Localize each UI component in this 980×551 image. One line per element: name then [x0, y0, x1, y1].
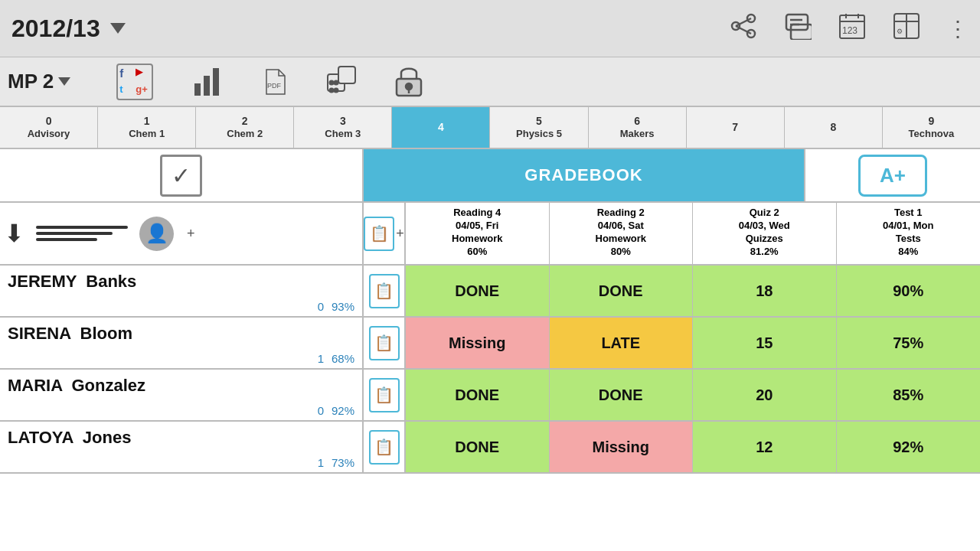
- student-data-cells-0: DONEDONE1890%: [406, 266, 980, 316]
- student-assign-cell-2[interactable]: 📋: [364, 370, 406, 420]
- student-0-cell-1[interactable]: DONE: [550, 266, 694, 316]
- lock-icon[interactable]: [395, 64, 423, 100]
- student-assignment-icon[interactable]: 📋: [369, 326, 400, 360]
- student-absences: 0: [318, 300, 324, 313]
- tab-chem3[interactable]: 3 Chem 3: [294, 107, 392, 148]
- add-assignment-plus[interactable]: +: [396, 226, 404, 242]
- col-header-quiz2[interactable]: Quiz 2 04/03, Wed Quizzes 81.2%: [693, 203, 837, 264]
- tab-advisory[interactable]: 0 Advisory: [0, 107, 98, 148]
- more-icon[interactable]: ⋮: [947, 16, 969, 41]
- student-name: LATOYA Jones: [8, 428, 354, 448]
- share-icon[interactable]: [730, 12, 757, 45]
- svg-rect-20: [213, 68, 219, 96]
- student-meta: 0 93%: [318, 300, 354, 313]
- sort-lines: [36, 226, 128, 241]
- tools-icon[interactable]: ⚙: [893, 12, 920, 45]
- student-2-cell-1[interactable]: DONE: [550, 370, 694, 420]
- student-3-cell-0[interactable]: DONE: [406, 422, 550, 472]
- gradebook-label[interactable]: GRADEBOOK: [364, 149, 804, 201]
- student-1-cell-3[interactable]: 75%: [837, 318, 981, 368]
- student-absences: 1: [318, 352, 324, 365]
- tab-physics5[interactable]: 5 Physics 5: [490, 107, 588, 148]
- student-name-cell-2[interactable]: MARIA Gonzalez 0 92%: [0, 370, 364, 420]
- second-bar: MP 2 f ▶ t g+ PDF: [0, 57, 980, 107]
- tab-8[interactable]: 8: [785, 107, 883, 148]
- svg-rect-19: [204, 76, 210, 96]
- student-data-cells-3: DONEMissing1292%: [406, 422, 980, 472]
- student-assignment-icon[interactable]: 📋: [369, 274, 400, 308]
- student-name-cell-1[interactable]: SIRENA Bloom 1 68%: [0, 318, 364, 368]
- student-assign-cell-1[interactable]: 📋: [364, 318, 406, 368]
- avatar-icon: 👤: [139, 217, 174, 251]
- student-col-header: ⬇ 👤 +: [0, 203, 364, 264]
- svg-point-25: [335, 88, 338, 92]
- student-name-cell-0[interactable]: JEREMY Banks 0 93%: [0, 266, 364, 316]
- twitter-icon: t: [119, 83, 134, 97]
- student-grade: 73%: [332, 456, 354, 469]
- tab-4[interactable]: 4: [392, 107, 490, 148]
- google-plus-icon: g+: [136, 83, 150, 97]
- add-student-plus[interactable]: +: [187, 226, 195, 242]
- dice-icon[interactable]: [326, 65, 357, 99]
- student-2-cell-3[interactable]: 85%: [837, 370, 981, 420]
- student-meta: 1 68%: [318, 352, 354, 365]
- tab-technova[interactable]: 9 Technova: [883, 107, 980, 148]
- student-name-cell-3[interactable]: LATOYA Jones 1 73%: [0, 422, 364, 472]
- year-dropdown-arrow[interactable]: [110, 23, 126, 34]
- year-title[interactable]: 2012/13: [11, 15, 126, 43]
- student-assign-cell-3[interactable]: 📋: [364, 422, 406, 472]
- student-1-cell-0[interactable]: Missing: [406, 318, 550, 368]
- sort-icon[interactable]: ⬇: [4, 219, 24, 248]
- svg-point-29: [406, 83, 412, 90]
- svg-rect-5: [786, 15, 808, 30]
- tab-chem2[interactable]: 2 Chem 2: [196, 107, 294, 148]
- youtube-icon: ▶: [136, 67, 150, 82]
- svg-point-24: [335, 80, 338, 84]
- svg-text:PDF: PDF: [267, 82, 282, 90]
- student-0-cell-2[interactable]: 18: [693, 266, 837, 316]
- mp-selector[interactable]: MP 2: [8, 70, 70, 93]
- col-header-reading2[interactable]: Reading 2 04/06, Sat Homework 80%: [550, 203, 694, 264]
- year-label: 2012/13: [11, 15, 100, 43]
- tab-7[interactable]: 7: [687, 107, 785, 148]
- student-name: SIRENA Bloom: [8, 324, 354, 344]
- top-icons: 123 ⚙ ⋮: [730, 12, 969, 45]
- grade-badge[interactable]: A+: [858, 155, 927, 197]
- student-meta: 0 92%: [318, 404, 354, 417]
- student-2-cell-0[interactable]: DONE: [406, 370, 550, 420]
- student-1-cell-2[interactable]: 15: [693, 318, 837, 368]
- pdf-icon[interactable]: PDF: [260, 68, 288, 96]
- col-header-reading4[interactable]: Reading 4 04/05, Fri Homework 60%: [406, 203, 550, 264]
- assignment-icon[interactable]: 📋: [364, 217, 394, 251]
- student-3-cell-3[interactable]: 92%: [837, 422, 981, 472]
- chat-icon[interactable]: [784, 12, 812, 45]
- mp-dropdown-arrow[interactable]: [58, 77, 70, 86]
- student-row: JEREMY Banks 0 93% 📋DONEDONE1890%: [0, 266, 980, 318]
- student-absences: 0: [318, 404, 324, 417]
- tab-bar: 0 Advisory 1 Chem 1 2 Chem 2 3 Chem 3 4 …: [0, 107, 980, 149]
- student-3-cell-1[interactable]: Missing: [550, 422, 694, 472]
- svg-point-26: [330, 80, 334, 84]
- student-2-cell-2[interactable]: 20: [693, 370, 837, 420]
- social-icon[interactable]: f ▶ t g+: [116, 64, 153, 100]
- col-header-test1[interactable]: Test 1 04/01, Mon Tests 84%: [837, 203, 981, 264]
- student-name: MARIA Gonzalez: [8, 376, 354, 396]
- student-rows: JEREMY Banks 0 93% 📋DONEDONE1890% SIRENA…: [0, 266, 980, 551]
- student-1-cell-1[interactable]: LATE: [550, 318, 694, 368]
- svg-text:123: 123: [842, 25, 858, 36]
- calendar-icon[interactable]: 123: [838, 12, 866, 45]
- svg-text:⚙: ⚙: [897, 28, 903, 35]
- tab-makers[interactable]: 6 Makers: [589, 107, 687, 148]
- svg-point-27: [330, 88, 334, 92]
- student-assignment-icon[interactable]: 📋: [369, 430, 400, 465]
- student-assign-cell-0[interactable]: 📋: [364, 266, 406, 316]
- tab-chem1[interactable]: 1 Chem 1: [98, 107, 196, 148]
- chart-icon[interactable]: [191, 62, 222, 102]
- checkbox-icon[interactable]: ✓: [160, 155, 202, 197]
- student-assignment-icon[interactable]: 📋: [369, 378, 400, 412]
- student-0-cell-0[interactable]: DONE: [406, 266, 550, 316]
- second-icons: f ▶ t g+ PDF: [116, 62, 423, 102]
- student-3-cell-2[interactable]: 12: [693, 422, 837, 472]
- column-headers: ⬇ 👤 + 📋 + Reading 4 04/05, Fri Homework …: [0, 203, 980, 266]
- student-0-cell-3[interactable]: 90%: [837, 266, 981, 316]
